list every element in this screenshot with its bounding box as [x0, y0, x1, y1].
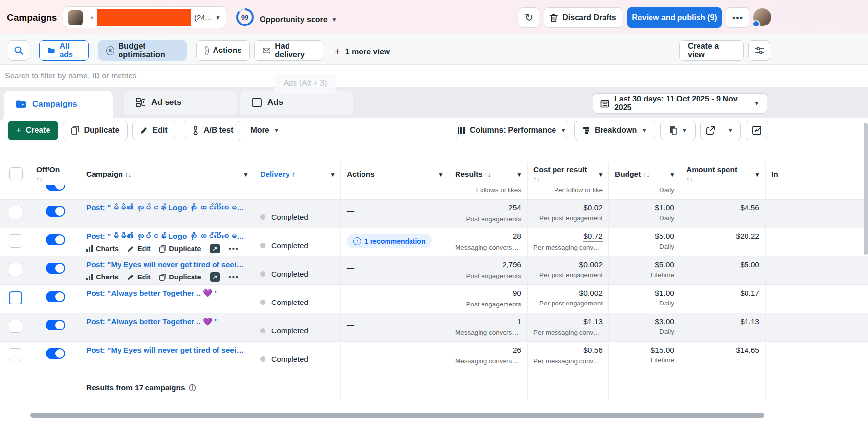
campaign-toggle[interactable]: [46, 206, 65, 217]
col-delivery[interactable]: Delivery ↑ ▼: [254, 162, 340, 185]
row-checkbox[interactable]: [9, 291, 22, 304]
view-settings-button[interactable]: [748, 40, 770, 61]
charts-action[interactable]: Charts: [86, 273, 119, 281]
campaign-name-link[interactable]: Post: "မိမိ၏ လုပ်ငန်း Logo ကို ထင်ပေါ်စေ…: [86, 203, 248, 212]
results-value[interactable]: 90: [513, 289, 521, 299]
filter-caret-icon[interactable]: ▼: [330, 171, 336, 178]
campaign-toggle[interactable]: [46, 263, 65, 274]
info-icon[interactable]: ⓘ: [189, 383, 196, 393]
chevron-down-icon[interactable]: ▼: [331, 16, 337, 23]
reports-button[interactable]: ▼: [660, 121, 696, 140]
campaign-name-link[interactable]: Post: "Always better Together .. 💜 ": [86, 289, 248, 298]
duplicate-action[interactable]: Duplicate: [159, 245, 201, 253]
campaign-toggle[interactable]: [46, 291, 65, 302]
more-options-button[interactable]: •••: [726, 7, 749, 28]
export-menu[interactable]: ▼: [721, 121, 741, 140]
campaign-toggle[interactable]: [46, 185, 65, 191]
charts-action[interactable]: Charts: [86, 245, 119, 253]
export-button[interactable]: ▼: [700, 121, 741, 140]
filter-caret-icon[interactable]: ▼: [243, 171, 249, 178]
results-value[interactable]: 2,796: [502, 260, 521, 270]
tab-ad-sets[interactable]: Ad sets: [124, 91, 237, 114]
tab-ads[interactable]: Ads: [240, 91, 353, 114]
opportunity-score-label[interactable]: Opportunity score: [260, 15, 328, 24]
breakdown-button[interactable]: Breakdown ▼: [574, 121, 655, 140]
charts-panel-button[interactable]: [746, 121, 768, 140]
col-actions[interactable]: Actions ▼: [340, 162, 449, 185]
duplicate-action[interactable]: Duplicate: [159, 273, 201, 281]
row-checkbox[interactable]: [9, 234, 22, 248]
account-selector[interactable]: (24... ▼: [63, 6, 226, 28]
duplicate-button[interactable]: Duplicate: [63, 121, 128, 140]
col-cost-per-result[interactable]: Cost per result ↑↓ ▼: [527, 162, 608, 185]
results-value[interactable]: 26: [513, 346, 521, 355]
campaign-name-link[interactable]: Post: "My Eyes will never get tired of s…: [86, 346, 248, 354]
ab-test-button[interactable]: A/B test: [184, 121, 241, 140]
tab-campaigns[interactable]: Campaigns: [4, 91, 113, 118]
opportunity-score-ring[interactable]: 99: [236, 8, 254, 26]
col-campaign[interactable]: Campaign ↑↓ ▼: [80, 162, 254, 185]
one-more-view-button[interactable]: + 1 more view: [335, 46, 390, 57]
filter-caret-icon[interactable]: ▼: [598, 171, 603, 178]
filter-caret-icon[interactable]: ▼: [669, 171, 675, 178]
vertical-scrollbar[interactable]: [864, 123, 868, 255]
search-view-button[interactable]: [8, 40, 29, 61]
filter-caret-icon[interactable]: ▼: [516, 171, 522, 178]
col-results[interactable]: Results ↑↓ ▼: [449, 162, 527, 185]
col-off-on[interactable]: Off/On ↑↓: [30, 162, 80, 185]
campaign-toggle[interactable]: [46, 348, 65, 359]
cost-per-result-value[interactable]: $0.56: [583, 346, 603, 355]
view-all-ads[interactable]: All ads: [39, 40, 89, 61]
row-checkbox[interactable]: [9, 206, 22, 219]
col-budget[interactable]: Budget ↑↓ ▼: [608, 162, 680, 185]
insights-icon[interactable]: ↗: [210, 244, 220, 253]
edit-button[interactable]: Edit: [132, 121, 175, 140]
export-action[interactable]: [701, 121, 721, 140]
search-input[interactable]: [5, 67, 862, 85]
results-value[interactable]: 254: [508, 203, 521, 213]
table-row[interactable]: Post: "Always better Together .. 💜 " Cha…: [0, 313, 868, 342]
row-more-actions[interactable]: •••: [229, 273, 239, 281]
filter-caret-icon[interactable]: ▼: [438, 171, 444, 178]
columns-button[interactable]: Columns: Performance ▼: [456, 121, 568, 140]
campaign-name-link[interactable]: Post: "မိမိ၏ လုပ်ငန်း Logo ကို ထင်ပေါ်စေ…: [86, 232, 248, 241]
cost-per-result-value[interactable]: $1.13: [583, 317, 603, 327]
edit-action[interactable]: Edit: [127, 245, 150, 253]
row-checkbox[interactable]: [9, 263, 22, 276]
results-value[interactable]: 28: [513, 232, 521, 242]
profile-avatar[interactable]: [753, 8, 771, 26]
edit-action[interactable]: Edit: [127, 273, 150, 281]
refresh-button[interactable]: ↻: [519, 7, 539, 28]
horizontal-scrollbar-thumb[interactable]: [30, 413, 764, 418]
view-budget-optimisation[interactable]: $ Budget optimisation: [98, 40, 187, 61]
cost-per-result-value[interactable]: $0.72: [583, 232, 603, 242]
campaign-toggle[interactable]: [46, 320, 65, 330]
cost-per-result-value[interactable]: $0.002: [579, 260, 603, 269]
row-more-actions[interactable]: •••: [229, 245, 239, 253]
row-checkbox[interactable]: [9, 348, 22, 361]
campaign-name-link[interactable]: Post: "My Eyes will never get tired of s…: [86, 260, 248, 269]
date-range-selector[interactable]: Last 30 days: 11 Oct 2025 - 9 Nov 2025 ▼: [593, 93, 767, 114]
table-row[interactable]: Post: "My Eyes will never get tired of s…: [0, 256, 868, 285]
select-all-checkbox[interactable]: [9, 167, 23, 180]
cost-per-result-value[interactable]: $0.002: [579, 289, 603, 298]
table-row[interactable]: Post: "မိမိ၏ လုပ်ငန်း Logo ကို ထင်ပေါ်စေ…: [0, 200, 868, 228]
more-button[interactable]: More ▼: [246, 121, 284, 140]
table-row[interactable]: Post: "မိမိ၏ လုပ်ငန်း Logo ကို ထင်ပေါ်စေ…: [0, 228, 868, 256]
review-publish-button[interactable]: Review and publish (9): [627, 7, 722, 28]
recommendation-badge[interactable]: ↑ 1 recommendation: [347, 234, 432, 248]
view-actions[interactable]: ↑ Actions: [196, 40, 250, 61]
col-next-partial[interactable]: In: [765, 162, 868, 185]
discard-drafts-button[interactable]: Discard Drafts: [544, 7, 622, 28]
row-checkbox[interactable]: [9, 320, 22, 333]
view-had-delivery[interactable]: Had delivery: [254, 40, 323, 61]
results-value[interactable]: 1: [517, 317, 521, 327]
col-amount-spent[interactable]: Amount spent ↑↓ ▼: [680, 162, 765, 185]
horizontal-scrollbar[interactable]: [0, 411, 868, 420]
campaign-name-link[interactable]: Post: "Always better Together .. 💜 ": [86, 317, 248, 326]
table-row[interactable]: Post: "Always better Together .. 💜 " Cha…: [0, 285, 868, 313]
create-button[interactable]: + Create: [8, 121, 58, 140]
table-row[interactable]: Post: "My Eyes will never get tired of s…: [0, 342, 868, 370]
filter-caret-icon[interactable]: ▼: [754, 171, 760, 178]
create-view-button[interactable]: Create a view: [679, 40, 744, 61]
